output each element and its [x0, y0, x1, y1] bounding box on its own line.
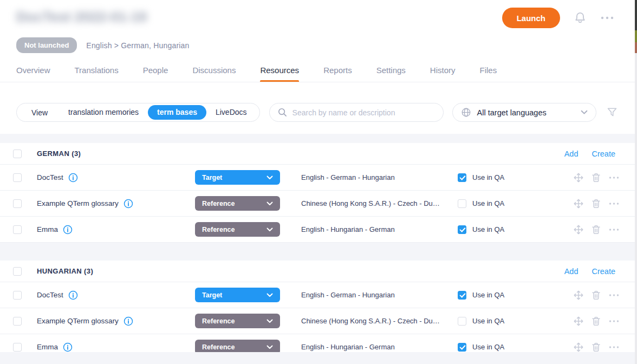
term-base-row: Example QTerm glossary Reference Chinese… — [0, 191, 637, 217]
languages-cell: Chinese (Hong Kong S.A.R.) - Czech - Du… — [301, 199, 441, 207]
role-dropdown[interactable]: Reference — [195, 314, 280, 328]
term-base-row: Emma Reference English - Hungarian - Ger… — [0, 217, 637, 243]
create-link[interactable]: Create — [592, 267, 615, 276]
info-icon[interactable] — [68, 290, 78, 300]
row-actions — [573, 224, 620, 235]
target-language-value: All target languages — [477, 108, 547, 117]
segment-livedocs[interactable]: LiveDocs — [206, 105, 256, 120]
term-base-row: Example QTerm glossary Reference Chinese… — [0, 308, 637, 334]
globe-icon — [461, 107, 471, 118]
create-link[interactable]: Create — [592, 150, 615, 158]
screen-edge-artifact — [635, 0, 637, 364]
languages-cell: English - Hungarian - German — [301, 225, 441, 233]
section-divider-band — [0, 134, 637, 143]
info-icon[interactable] — [123, 316, 133, 326]
tab-people[interactable]: People — [143, 58, 168, 82]
row-more-options-icon[interactable] — [608, 319, 620, 323]
trash-icon[interactable] — [591, 198, 601, 209]
row-more-options-icon[interactable] — [608, 176, 620, 180]
trash-icon[interactable] — [591, 172, 601, 183]
use-in-qa-checkbox[interactable] — [458, 199, 466, 208]
info-icon[interactable] — [68, 173, 78, 183]
move-icon[interactable] — [573, 342, 584, 353]
move-icon[interactable] — [573, 224, 584, 235]
trash-icon[interactable] — [591, 342, 601, 353]
move-icon[interactable] — [573, 290, 584, 301]
more-options-icon[interactable] — [600, 15, 614, 21]
search-icon — [278, 108, 287, 117]
tab-history[interactable]: History — [430, 58, 456, 82]
use-in-qa-label: Use in QA — [472, 199, 504, 207]
row-select-checkbox[interactable] — [13, 317, 22, 326]
row-select-checkbox[interactable] — [13, 173, 22, 182]
language-section: GERMAN (3) Add Create DocTest Target — [0, 143, 637, 243]
role-dropdown[interactable]: Target — [195, 288, 280, 302]
use-in-qa-checkbox[interactable] — [458, 291, 466, 300]
use-in-qa-checkbox[interactable] — [458, 317, 466, 326]
tab-settings[interactable]: Settings — [376, 58, 406, 82]
resource-name: Emma — [37, 225, 58, 233]
info-icon[interactable] — [63, 225, 73, 235]
tab-reports[interactable]: Reports — [323, 58, 352, 82]
section-title: HUNGARIAN (3) — [37, 267, 93, 275]
role-dropdown-label: Reference — [202, 200, 235, 207]
trash-icon[interactable] — [591, 316, 601, 327]
section-header: HUNGARIAN (3) Add Create — [0, 261, 637, 282]
move-icon[interactable] — [573, 198, 584, 209]
languages-cell: Chinese (Hong Kong S.A.R.) - Czech - Du… — [301, 317, 441, 325]
use-in-qa-checkbox[interactable] — [458, 225, 466, 234]
section-gap — [0, 243, 637, 261]
role-dropdown[interactable]: Target — [195, 170, 280, 185]
row-select-checkbox[interactable] — [13, 343, 22, 352]
role-dropdown[interactable]: Reference — [195, 196, 280, 211]
row-select-checkbox[interactable] — [13, 199, 22, 208]
add-link[interactable]: Add — [564, 267, 578, 276]
info-icon[interactable] — [123, 199, 133, 209]
resource-name: Example QTerm glossary — [37, 199, 119, 207]
row-more-options-icon[interactable] — [608, 345, 620, 349]
term-base-row: DocTest Target English - German - Hungar… — [0, 282, 637, 308]
resource-type-switcher: View translation memoriesterm basesLiveD… — [16, 103, 260, 122]
tab-overview[interactable]: Overview — [16, 58, 50, 82]
chevron-down-icon — [581, 110, 588, 115]
move-icon[interactable] — [573, 172, 584, 183]
move-icon[interactable] — [573, 316, 584, 327]
segment-term-bases[interactable]: term bases — [148, 105, 206, 120]
row-more-options-icon[interactable] — [608, 227, 620, 232]
top-actions: Launch — [502, 6, 614, 28]
tab-resources[interactable]: Resources — [260, 58, 299, 82]
info-icon[interactable] — [63, 342, 73, 352]
resource-name: DocTest — [37, 173, 63, 181]
row-select-checkbox[interactable] — [13, 291, 22, 300]
section-select-checkbox[interactable] — [13, 150, 22, 158]
tab-discussions[interactable]: Discussions — [192, 58, 236, 82]
row-more-options-icon[interactable] — [608, 202, 620, 206]
top-bar: DocTest 2022-01-19 Launch — [0, 0, 637, 28]
role-dropdown[interactable]: Reference — [195, 222, 280, 237]
search-input[interactable] — [292, 108, 435, 117]
row-select-checkbox[interactable] — [13, 225, 22, 234]
launch-button[interactable]: Launch — [502, 8, 560, 28]
language-breadcrumb: English > German, Hungarian — [86, 41, 189, 50]
chevron-down-icon — [266, 345, 273, 349]
section-title: GERMAN (3) — [37, 150, 81, 158]
chevron-down-icon — [266, 176, 273, 180]
segment-translation-memories[interactable]: translation memories — [59, 105, 148, 120]
use-in-qa-checkbox[interactable] — [458, 173, 466, 182]
use-in-qa-checkbox[interactable] — [458, 343, 466, 352]
row-more-options-icon[interactable] — [608, 293, 620, 297]
role-dropdown-label: Target — [202, 174, 222, 181]
use-in-qa-label: Use in QA — [472, 291, 504, 299]
target-language-select[interactable]: All target languages — [452, 103, 596, 122]
languages-cell: English - German - Hungarian — [301, 291, 441, 299]
add-link[interactable]: Add — [564, 150, 578, 158]
section-select-checkbox[interactable] — [13, 267, 22, 276]
trash-icon[interactable] — [591, 290, 601, 301]
notifications-bell-icon[interactable] — [573, 11, 587, 25]
trash-icon[interactable] — [591, 224, 601, 235]
tab-files[interactable]: Files — [480, 58, 497, 82]
languages-cell: English - German - Hungarian — [301, 173, 441, 181]
resource-table: GERMAN (3) Add Create DocTest Target — [0, 143, 637, 360]
tab-translations[interactable]: Translations — [75, 58, 119, 82]
filter-funnel-icon[interactable] — [607, 107, 618, 118]
